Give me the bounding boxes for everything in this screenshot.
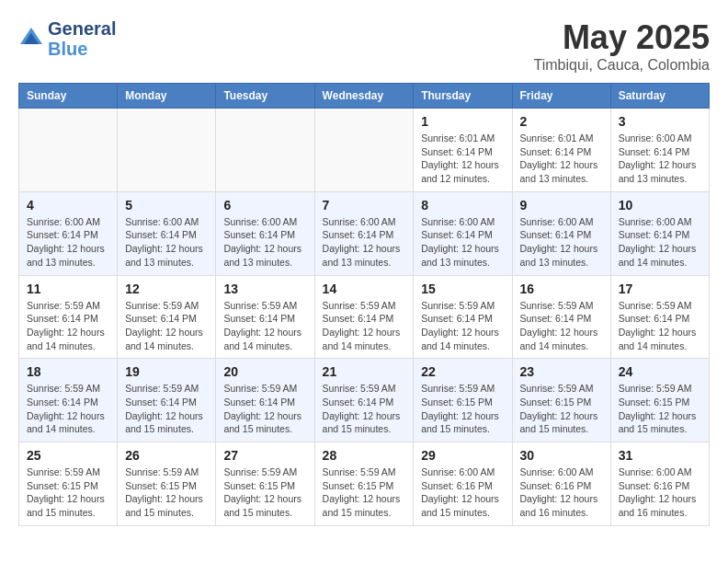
day-number: 16 <box>520 282 603 296</box>
day-cell: 12Sunrise: 5:59 AM Sunset: 6:14 PM Dayli… <box>118 275 216 359</box>
day-number: 10 <box>619 198 701 213</box>
day-cell: 1Sunrise: 6:01 AM Sunset: 6:14 PM Daylig… <box>414 109 512 192</box>
week-row-5: 25Sunrise: 5:59 AM Sunset: 6:15 PM Dayli… <box>19 442 710 526</box>
day-cell: 17Sunrise: 5:59 AM Sunset: 6:14 PM Dayli… <box>610 275 709 359</box>
day-cell: 8Sunrise: 6:00 AM Sunset: 6:14 PM Daylig… <box>414 191 512 275</box>
day-number: 13 <box>223 282 306 296</box>
day-number: 5 <box>125 198 208 213</box>
day-cell: 19Sunrise: 5:59 AM Sunset: 6:14 PM Dayli… <box>118 359 216 442</box>
day-cell: 18Sunrise: 5:59 AM Sunset: 6:14 PM Dayli… <box>19 359 118 442</box>
day-number: 18 <box>27 364 109 379</box>
day-cell <box>216 109 314 192</box>
day-info: Sunrise: 5:59 AM Sunset: 6:15 PM Dayligh… <box>223 465 306 520</box>
day-number: 24 <box>619 364 701 379</box>
day-info: Sunrise: 5:59 AM Sunset: 6:15 PM Dayligh… <box>323 465 406 520</box>
day-cell: 14Sunrise: 5:59 AM Sunset: 6:14 PM Dayli… <box>314 275 414 359</box>
logo-text-line1: General <box>48 18 116 39</box>
week-row-3: 11Sunrise: 5:59 AM Sunset: 6:14 PM Dayli… <box>19 275 710 359</box>
month-title: May 2025 <box>534 18 710 57</box>
day-info: Sunrise: 6:00 AM Sunset: 6:16 PM Dayligh… <box>619 465 701 520</box>
weekday-header-row: Sunday Monday Tuesday Wednesday Thursday… <box>19 84 710 109</box>
day-info: Sunrise: 6:00 AM Sunset: 6:16 PM Dayligh… <box>520 465 603 520</box>
day-info: Sunrise: 5:59 AM Sunset: 6:15 PM Dayligh… <box>421 382 504 436</box>
header-thursday: Thursday <box>414 84 512 109</box>
day-info: Sunrise: 5:59 AM Sunset: 6:14 PM Dayligh… <box>421 299 504 353</box>
header-saturday: Saturday <box>610 84 709 109</box>
day-number: 11 <box>27 282 109 296</box>
header-tuesday: Tuesday <box>216 84 314 109</box>
day-cell: 31Sunrise: 6:00 AM Sunset: 6:16 PM Dayli… <box>610 442 709 526</box>
day-info: Sunrise: 6:00 AM Sunset: 6:14 PM Dayligh… <box>619 215 701 270</box>
day-number: 23 <box>520 364 603 379</box>
day-cell: 9Sunrise: 6:00 AM Sunset: 6:14 PM Daylig… <box>512 191 610 275</box>
day-number: 8 <box>421 198 504 213</box>
day-number: 25 <box>27 448 109 463</box>
day-number: 12 <box>125 282 208 296</box>
day-cell: 20Sunrise: 5:59 AM Sunset: 6:14 PM Dayli… <box>216 359 314 442</box>
header-friday: Friday <box>512 84 610 109</box>
logo: General Blue <box>18 18 116 59</box>
day-cell: 5Sunrise: 6:00 AM Sunset: 6:14 PM Daylig… <box>118 191 216 275</box>
day-cell: 28Sunrise: 5:59 AM Sunset: 6:15 PM Dayli… <box>314 442 414 526</box>
day-number: 29 <box>421 448 504 463</box>
day-cell: 2Sunrise: 6:01 AM Sunset: 6:14 PM Daylig… <box>512 109 610 192</box>
day-cell: 13Sunrise: 5:59 AM Sunset: 6:14 PM Dayli… <box>216 275 314 359</box>
day-info: Sunrise: 6:00 AM Sunset: 6:14 PM Dayligh… <box>520 215 603 270</box>
day-info: Sunrise: 5:59 AM Sunset: 6:14 PM Dayligh… <box>520 299 603 353</box>
day-info: Sunrise: 6:01 AM Sunset: 6:14 PM Dayligh… <box>520 132 603 186</box>
day-cell <box>19 109 118 192</box>
day-cell: 21Sunrise: 5:59 AM Sunset: 6:14 PM Dayli… <box>314 359 414 442</box>
day-info: Sunrise: 5:59 AM Sunset: 6:15 PM Dayligh… <box>619 382 701 436</box>
day-number: 17 <box>619 282 701 296</box>
day-cell: 22Sunrise: 5:59 AM Sunset: 6:15 PM Dayli… <box>414 359 512 442</box>
day-number: 21 <box>323 364 406 379</box>
day-cell <box>118 109 216 192</box>
week-row-4: 18Sunrise: 5:59 AM Sunset: 6:14 PM Dayli… <box>19 359 710 442</box>
day-cell: 15Sunrise: 5:59 AM Sunset: 6:14 PM Dayli… <box>414 275 512 359</box>
week-row-2: 4Sunrise: 6:00 AM Sunset: 6:14 PM Daylig… <box>19 191 710 275</box>
day-number: 4 <box>27 198 109 213</box>
day-number: 7 <box>323 198 406 213</box>
header-sunday: Sunday <box>19 84 118 109</box>
page-header: General Blue May 2025 Timbiqui, Cauca, C… <box>18 18 710 74</box>
title-block: May 2025 Timbiqui, Cauca, Colombia <box>534 18 710 74</box>
day-info: Sunrise: 6:00 AM Sunset: 6:14 PM Dayligh… <box>223 215 306 270</box>
day-cell: 4Sunrise: 6:00 AM Sunset: 6:14 PM Daylig… <box>19 191 118 275</box>
day-number: 30 <box>520 448 603 463</box>
day-cell: 16Sunrise: 5:59 AM Sunset: 6:14 PM Dayli… <box>512 275 610 359</box>
day-cell: 11Sunrise: 5:59 AM Sunset: 6:14 PM Dayli… <box>19 275 118 359</box>
calendar-table: Sunday Monday Tuesday Wednesday Thursday… <box>18 83 710 526</box>
day-number: 20 <box>223 364 306 379</box>
day-info: Sunrise: 5:59 AM Sunset: 6:14 PM Dayligh… <box>223 299 306 353</box>
day-number: 14 <box>323 282 406 296</box>
logo-icon <box>18 26 44 52</box>
week-row-1: 1Sunrise: 6:01 AM Sunset: 6:14 PM Daylig… <box>19 109 710 192</box>
day-cell <box>314 109 414 192</box>
day-cell: 25Sunrise: 5:59 AM Sunset: 6:15 PM Dayli… <box>19 442 118 526</box>
day-number: 6 <box>223 198 306 213</box>
day-info: Sunrise: 5:59 AM Sunset: 6:15 PM Dayligh… <box>520 382 603 436</box>
day-cell: 29Sunrise: 6:00 AM Sunset: 6:16 PM Dayli… <box>414 442 512 526</box>
day-cell: 27Sunrise: 5:59 AM Sunset: 6:15 PM Dayli… <box>216 442 314 526</box>
day-number: 3 <box>619 114 701 129</box>
day-info: Sunrise: 5:59 AM Sunset: 6:15 PM Dayligh… <box>125 465 208 520</box>
header-monday: Monday <box>118 84 216 109</box>
day-info: Sunrise: 6:00 AM Sunset: 6:14 PM Dayligh… <box>421 215 504 270</box>
day-cell: 7Sunrise: 6:00 AM Sunset: 6:14 PM Daylig… <box>314 191 414 275</box>
location-subtitle: Timbiqui, Cauca, Colombia <box>534 57 710 74</box>
day-cell: 3Sunrise: 6:00 AM Sunset: 6:14 PM Daylig… <box>610 109 709 192</box>
day-info: Sunrise: 6:00 AM Sunset: 6:14 PM Dayligh… <box>27 215 109 270</box>
day-cell: 6Sunrise: 6:00 AM Sunset: 6:14 PM Daylig… <box>216 191 314 275</box>
day-number: 19 <box>125 364 208 379</box>
day-number: 26 <box>125 448 208 463</box>
day-info: Sunrise: 6:00 AM Sunset: 6:14 PM Dayligh… <box>125 215 208 270</box>
day-info: Sunrise: 5:59 AM Sunset: 6:15 PM Dayligh… <box>27 465 109 520</box>
day-number: 28 <box>323 448 406 463</box>
day-number: 15 <box>421 282 504 296</box>
day-number: 2 <box>520 114 603 129</box>
day-number: 22 <box>421 364 504 379</box>
day-info: Sunrise: 5:59 AM Sunset: 6:14 PM Dayligh… <box>619 299 701 353</box>
day-number: 1 <box>421 114 504 129</box>
day-number: 31 <box>619 448 701 463</box>
day-info: Sunrise: 6:00 AM Sunset: 6:14 PM Dayligh… <box>619 132 701 186</box>
